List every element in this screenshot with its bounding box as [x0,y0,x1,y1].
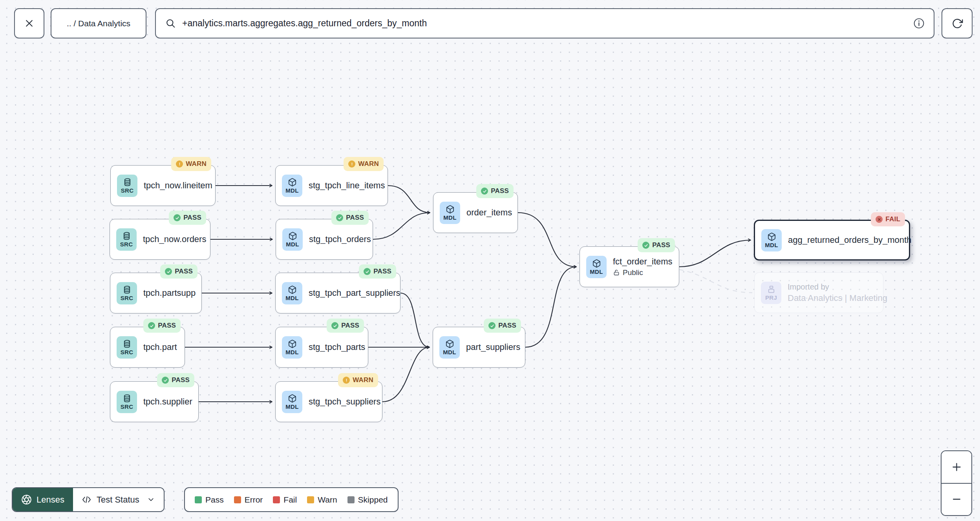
exclaim-icon [348,160,355,168]
legend-swatch [307,496,314,503]
info-icon[interactable] [913,17,925,29]
node-label: part_suppliers [466,342,519,352]
mdl-type-icon: MDL [282,175,302,197]
node-label: stg_tpch_parts [309,342,362,352]
close-icon [24,18,35,29]
node-agg_returned_orders_by_month[interactable]: MDLagg_returned_orders_by_monthFAIL [754,220,910,260]
lens-selector-test-status[interactable]: Test Status [73,488,164,511]
check-icon [331,322,338,329]
node-label: tpch.supplier [143,397,192,407]
edge-stg_tpch_line_items-to-order_items [388,186,430,213]
mdl-type-icon: MDL [282,228,303,251]
edge-order_items-to-fct_order_items [518,213,576,267]
legend-swatch [347,496,355,503]
node-label: Imported by [788,282,878,291]
legend-item-skipped: Skipped [347,495,388,505]
node-label: stg_tpch_part_suppliers [309,288,395,298]
node-stg_tpch_parts[interactable]: MDLstg_tpch_partsPASS [275,327,368,368]
node-tpch_part[interactable]: SRCtpch.partPASS [110,327,185,368]
check-icon [488,322,495,329]
mdl-type-icon: MDL [282,391,302,413]
status-badge-pass: PASS [160,264,197,279]
legend-label: Pass [205,495,224,505]
src-type-icon: SRC [117,391,137,413]
chevron-down-icon [147,495,155,504]
check-icon [148,322,155,329]
node-label: tpch.part [143,342,177,352]
status-badge-pass: PASS [143,319,181,333]
node-tpch_now_orders[interactable]: SRCtpch_now.ordersPASS [110,219,210,260]
refresh-icon [951,18,963,29]
check-icon [162,377,169,384]
node-label: tpch.partsupp [143,288,196,298]
cross-icon [876,216,883,223]
breadcrumb-label: .. / Data Analytics [67,19,130,28]
check-icon [481,188,488,195]
search-icon [165,18,176,29]
mdl-type-icon: MDL [586,256,607,278]
legend-swatch [195,496,202,503]
node-stg_tpch_part_suppliers[interactable]: MDLstg_tpch_part_suppliersPASS [275,273,400,313]
status-badge-warn: WARN [171,157,211,171]
node-label: stg_tpch_orders [309,234,367,244]
node-tpch_partsupp[interactable]: SRCtpch.partsuppPASS [110,273,202,313]
node-label: order_items [466,208,512,218]
mdl-type-icon: MDL [282,336,302,359]
lineage-canvas[interactable]: SRCtpch_now.lineitemWARNSRCtpch_now.orde… [0,0,980,521]
lenses-button[interactable]: Lenses [13,488,73,511]
check-icon [336,214,343,221]
status-badge-fail: FAIL [871,212,905,226]
close-button[interactable] [14,8,44,38]
src-type-icon: SRC [117,175,137,197]
node-stg_tpch_line_items[interactable]: MDLstg_tpch_line_itemsWARN [275,165,388,206]
check-icon [174,214,181,221]
legend-item-error: Error [234,495,263,505]
exclaim-icon [176,160,183,168]
prj-type-icon: PRJ [761,282,781,304]
node-label: agg_returned_orders_by_month [788,235,903,245]
node-part_suppliers[interactable]: MDLpart_suppliersPASS [433,327,525,368]
edge-stg_tpch_part_suppliers-to-part_suppliers [400,293,430,347]
edge-fct_order_items-to-agg_returned_orders_by_month [679,240,751,267]
status-badge-pass: PASS [484,319,521,333]
legend-label: Error [245,495,263,505]
legend-item-fail: Fail [273,495,297,505]
plus-icon [951,461,963,473]
legend-swatch [273,496,280,503]
breadcrumb[interactable]: .. / Data Analytics [51,8,146,38]
node-label: stg_tpch_suppliers [309,397,377,407]
edge-layer [0,0,980,521]
node-stg_tpch_orders[interactable]: MDLstg_tpch_ordersPASS [276,219,373,260]
refresh-button[interactable] [942,8,973,38]
status-badge-warn: WARN [338,373,378,387]
status-badge-warn: WARN [344,157,384,171]
mdl-type-icon: MDL [440,202,460,224]
src-type-icon: SRC [117,336,137,359]
legend-label: Skipped [358,495,388,505]
zoom-in-button[interactable] [942,451,971,484]
node-tpch_supplier[interactable]: SRCtpch.supplierPASS [110,381,199,422]
legend-label: Warn [318,495,337,505]
src-type-icon: SRC [117,282,137,304]
node-order_items[interactable]: MDLorder_itemsPASS [433,192,518,233]
node-label: tpch_now.orders [143,234,205,244]
search-bar[interactable] [155,8,934,38]
node-sublabel: Data Analytics | Marketing [788,293,878,303]
node-tpch_now_lineitem[interactable]: SRCtpch_now.lineitemWARN [110,165,216,206]
check-icon [642,242,649,249]
check-icon [364,268,371,275]
node-fct_order_items[interactable]: MDLfct_order_itemsPublicPASS [580,246,679,287]
search-input[interactable] [182,18,907,29]
status-badge-pass: PASS [327,319,364,333]
mdl-type-icon: MDL [282,282,302,304]
lens-selector-label: Test Status [97,495,139,505]
legend-swatch [234,496,241,503]
status-badge-pass: PASS [169,211,206,225]
edge-fct_order_items-to-imported_by_project [679,270,752,293]
status-badge-pass: PASS [359,264,396,279]
node-imported_by_project[interactable]: PRJImported byData Analytics | Marketing [754,272,883,313]
zoom-out-button[interactable] [942,484,971,516]
code-icon [82,495,91,505]
node-stg_tpch_suppliers[interactable]: MDLstg_tpch_suppliersWARN [275,381,382,422]
lens-control-group: Lenses Test Status [12,487,165,512]
